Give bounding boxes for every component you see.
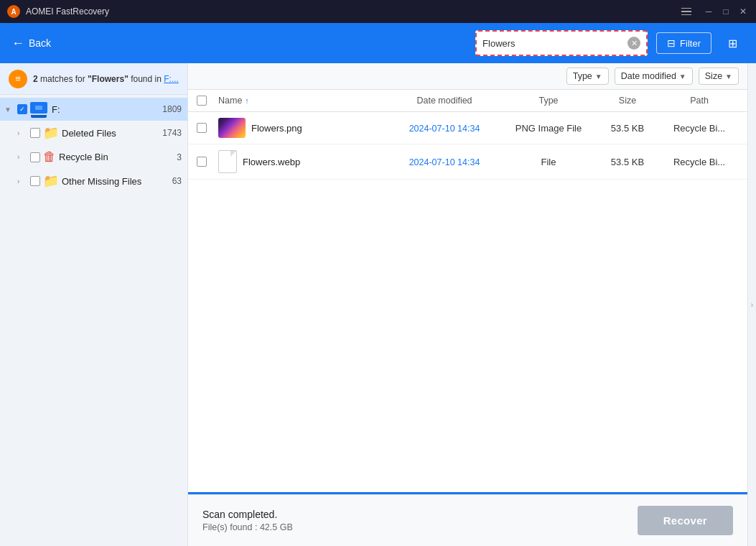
row1-size: 53.5 KB [595, 123, 660, 134]
table-header: Name ↑ Date modified Type Size Path [188, 90, 747, 112]
chevron-right-icon: › [751, 301, 753, 309]
view-toggle-button[interactable]: ⊞ [720, 31, 745, 55]
files-found: File(s) found : 42.5 GB [202, 522, 293, 532]
row1-path: Recycle Bi... [660, 123, 739, 134]
deleted-checkbox[interactable] [30, 128, 40, 138]
scan-status: Scan completed. [202, 509, 293, 520]
header-check[interactable] [197, 96, 218, 106]
deleted-files-label: Deleted Files [62, 128, 157, 139]
search-info-bar: ≡ 2 matches for "Flowers" found in F:... [0, 63, 187, 95]
missing-files-label: Other Missing Files [62, 176, 167, 187]
table-row[interactable]: Flowers.png 2024-07-10 14:34 PNG Image F… [188, 112, 747, 144]
missing-files-count: 63 [172, 176, 182, 186]
row2-filename: Flowers.webp [243, 157, 300, 167]
recycle-checkbox[interactable] [30, 152, 40, 162]
size-caret-icon: ▼ [725, 73, 732, 80]
back-label: Back [29, 37, 51, 49]
back-arrow-icon: ← [11, 36, 24, 51]
f-drive-label: F: [52, 104, 157, 115]
file-thumbnail [218, 118, 246, 138]
date-caret-icon: ▼ [679, 73, 686, 80]
sort-bar: Type ▼ Date modified ▼ Size ▼ [188, 63, 747, 90]
type-dropdown-label: Type [573, 71, 592, 81]
date-dropdown-label: Date modified [621, 71, 676, 81]
header-path[interactable]: Path [660, 96, 739, 106]
row2-checkbox[interactable] [197, 157, 218, 167]
deleted-files-count: 1743 [162, 128, 182, 138]
row2-date: 2024-07-10 14:34 [387, 157, 502, 167]
search-clear-button[interactable]: ✕ [627, 37, 640, 50]
tree-view: ▼ ✓ F: 1809 › 📁 Deleted Fil [0, 95, 187, 546]
status-text: Scan completed. File(s) found : 42.5 GB [202, 509, 293, 532]
type-caret-icon: ▼ [595, 73, 602, 80]
right-panel: Type ▼ Date modified ▼ Size ▼ Name ↑ [188, 63, 747, 546]
back-button[interactable]: ← Back [11, 36, 51, 51]
file-thumbnail-generic [218, 150, 237, 173]
search-input[interactable] [482, 38, 627, 49]
size-dropdown[interactable]: Size ▼ [699, 68, 739, 85]
search-info-text: 2 matches for "Flowers" found in F:... [33, 74, 179, 84]
table-row[interactable]: Flowers.webp 2024-07-10 14:34 File 53.5 … [188, 144, 747, 180]
app-title: AOMEI FastRecovery [26, 6, 681, 17]
expand-icon[interactable]: › [17, 129, 27, 137]
hamburger-menu[interactable] [681, 8, 691, 16]
date-dropdown[interactable]: Date modified ▼ [615, 68, 693, 85]
row2-size: 53.5 KB [595, 157, 660, 167]
recycle-icon: 🗑 [43, 149, 56, 165]
title-bar: A AOMEI FastRecovery ─ □ ✕ [0, 0, 756, 23]
size-dropdown-label: Size [705, 71, 722, 81]
grid-icon: ⊞ [728, 37, 737, 50]
app-icon: A [7, 5, 20, 18]
top-bar: ← Back ✕ ⊟ Filter ⊞ [0, 23, 756, 63]
name-sort-icon: ↑ [245, 96, 249, 105]
file-list: Flowers.png 2024-07-10 14:34 PNG Image F… [188, 112, 747, 492]
search-location[interactable]: F:... [164, 74, 179, 84]
expand-icon[interactable]: › [17, 153, 27, 161]
collapse-handle[interactable]: › [747, 63, 756, 546]
maximize-button[interactable]: □ [720, 6, 732, 17]
header-date[interactable]: Date modified [387, 96, 502, 106]
recycle-bin-label: Recycle Bin [59, 152, 171, 162]
search-box: ✕ [475, 30, 648, 56]
tree-item-missing-files[interactable]: › 📁 Other Missing Files 63 [0, 169, 187, 193]
f-drive-count: 1809 [162, 104, 182, 114]
tree-item-f-drive[interactable]: ▼ ✓ F: 1809 [0, 98, 187, 121]
filter-icon: ⊟ [667, 37, 676, 49]
row1-checkbox[interactable] [197, 123, 218, 133]
header-type[interactable]: Type [502, 96, 595, 106]
minimize-button[interactable]: ─ [703, 6, 714, 17]
left-panel: ≡ 2 matches for "Flowers" found in F:...… [0, 63, 188, 546]
f-drive-checkbox[interactable]: ✓ [17, 104, 27, 114]
close-button[interactable]: ✕ [737, 6, 749, 17]
clear-icon: ✕ [631, 39, 638, 48]
missing-icon: 📁 [43, 173, 59, 189]
row2-path: Recycle Bi... [660, 157, 739, 167]
row2-type: File [502, 157, 595, 167]
header-name[interactable]: Name ↑ [218, 96, 387, 106]
row1-name-cell: Flowers.png [218, 118, 387, 138]
recover-label: Recover [663, 514, 707, 527]
type-dropdown[interactable]: Type ▼ [566, 68, 609, 85]
row1-type: PNG Image File [502, 123, 595, 134]
tree-item-recycle-bin[interactable]: › 🗑 Recycle Bin 3 [0, 145, 187, 169]
filter-button[interactable]: ⊟ Filter [656, 32, 711, 54]
expand-icon[interactable]: › [17, 177, 27, 185]
filter-label: Filter [680, 38, 701, 49]
folder-icon: 📁 [43, 125, 59, 141]
missing-checkbox[interactable] [30, 176, 40, 186]
tree-item-deleted-files[interactable]: › 📁 Deleted Files 1743 [0, 121, 187, 145]
recycle-bin-count: 3 [177, 152, 182, 162]
bottom-bar: Scan completed. File(s) found : 42.5 GB … [188, 494, 747, 546]
info-icon: ≡ [9, 70, 27, 88]
row1-date: 2024-07-10 14:34 [387, 123, 502, 134]
expand-icon[interactable]: ▼ [4, 106, 14, 114]
row1-filename: Flowers.png [251, 123, 302, 134]
drive-icon [30, 102, 49, 116]
main-area: ≡ 2 matches for "Flowers" found in F:...… [0, 63, 756, 546]
recover-button[interactable]: Recover [638, 506, 733, 535]
row2-name-cell: Flowers.webp [218, 150, 387, 173]
header-size[interactable]: Size [595, 96, 660, 106]
